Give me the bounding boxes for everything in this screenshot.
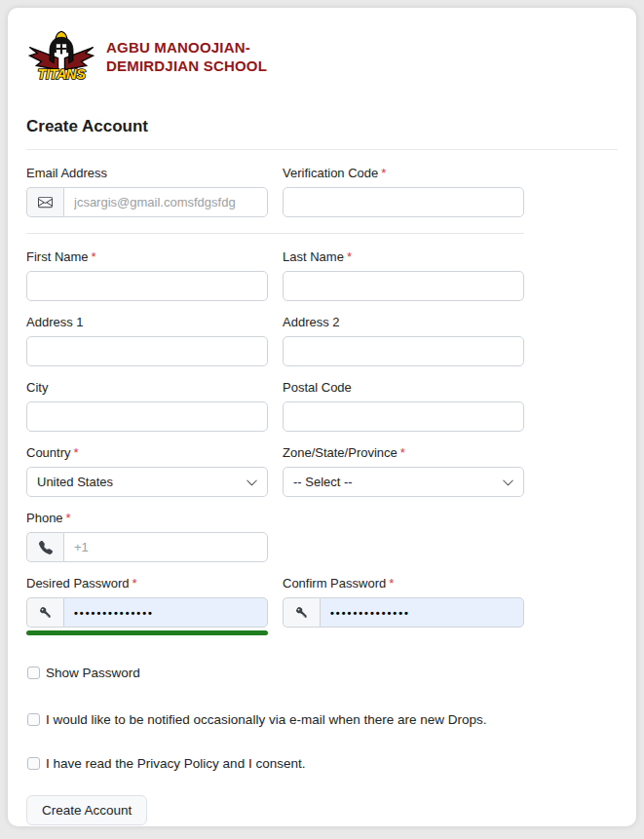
required-asterisk: * — [389, 576, 394, 591]
required-asterisk: * — [347, 249, 352, 264]
school-name: AGBU MANOOJIAN- DEMIRDJIAN SCHOOL — [106, 38, 267, 76]
required-asterisk: * — [381, 166, 386, 180]
verification-code-label: Verification Code* — [283, 166, 524, 180]
envelope-icon — [26, 187, 63, 217]
first-name-label: First Name* — [26, 249, 268, 264]
create-account-card: TITANS AGBU MANOOJIAN- DEMIRDJIAN SCHOOL… — [8, 8, 636, 826]
postal-code-field[interactable] — [283, 401, 524, 432]
show-password-label: Show Password — [46, 666, 140, 681]
create-account-button[interactable]: Create Account — [26, 795, 147, 825]
required-asterisk: * — [92, 249, 96, 264]
create-account-form: Email Address Verification Code* First N… — [26, 166, 524, 825]
consent-checkbox[interactable] — [27, 757, 40, 770]
notify-checkbox[interactable] — [27, 713, 40, 726]
zone-select[interactable]: -- Select -- — [283, 467, 524, 497]
password-field[interactable] — [63, 597, 268, 628]
page-title: Create Account — [26, 117, 618, 150]
verification-code-field[interactable] — [283, 187, 524, 217]
brand-header: TITANS AGBU MANOOJIAN- DEMIRDJIAN SCHOOL — [26, 29, 618, 84]
password-strength-bar — [26, 630, 268, 635]
confirm-password-field[interactable] — [320, 597, 524, 628]
last-name-field[interactable] — [283, 271, 524, 301]
confirm-password-label: Confirm Password* — [283, 576, 524, 591]
address2-field[interactable] — [283, 336, 524, 366]
key-icon — [26, 597, 63, 628]
address1-label: Address 1 — [26, 315, 268, 329]
required-asterisk: * — [400, 445, 405, 460]
email-label: Email Address — [26, 166, 268, 180]
required-asterisk: * — [66, 511, 71, 525]
first-name-field[interactable] — [26, 271, 268, 301]
notify-label: I would like to be notified occasionally… — [46, 712, 486, 728]
address1-field[interactable] — [26, 336, 268, 366]
address2-label: Address 2 — [283, 315, 524, 329]
school-name-line2: DEMIRDJIAN SCHOOL — [106, 57, 267, 76]
desired-password-label: Desired Password* — [26, 576, 268, 591]
required-asterisk: * — [133, 576, 137, 591]
section-divider — [26, 233, 524, 234]
logo-helmet-eyeslit — [57, 48, 66, 50]
telephone-icon — [26, 532, 63, 562]
city-label: City — [26, 380, 268, 395]
privacy-policy-link[interactable]: Privacy Policy — [137, 756, 219, 771]
postal-code-label: Postal Code — [283, 380, 524, 395]
zone-label: Zone/State/Province* — [283, 445, 524, 460]
required-asterisk: * — [74, 445, 79, 460]
phone-field[interactable] — [63, 532, 268, 562]
country-select[interactable]: United States — [26, 467, 268, 497]
last-name-label: Last Name* — [283, 249, 524, 264]
country-label: Country* — [26, 445, 268, 460]
logo-text: TITANS — [38, 66, 87, 82]
email-field[interactable] — [63, 187, 268, 217]
show-password-checkbox[interactable] — [27, 667, 40, 679]
school-name-line1: AGBU MANOOJIAN- — [106, 38, 267, 57]
consent-label: I have read the Privacy Policy and I con… — [46, 756, 305, 772]
key-icon — [283, 597, 320, 628]
phone-label: Phone* — [26, 511, 268, 525]
city-field[interactable] — [26, 401, 268, 432]
titans-logo: TITANS — [26, 29, 96, 84]
